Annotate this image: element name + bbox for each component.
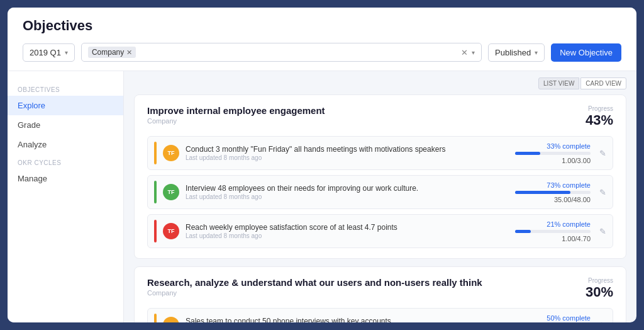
kr-text: Sales team to conduct 50 phone interview… <box>186 317 509 322</box>
period-label: 2019 Q1 <box>30 48 61 57</box>
kr-progress-section: 33% complete 1.00/3.00 <box>515 142 591 164</box>
avatar: TF <box>163 145 179 161</box>
kr-color-bar <box>154 220 157 242</box>
sidebar: Objectives Explore Grade Analyze OKR Cyc… <box>8 71 124 322</box>
key-results: JH Sales team to conduct 50 phone interv… <box>147 308 613 322</box>
edit-icon[interactable]: ✎ <box>599 149 606 158</box>
kr-complete-text: 73% complete <box>547 181 591 189</box>
kr-text: Reach weekly employee satisfaction score… <box>186 223 509 239</box>
status-dropdown[interactable]: Published ▾ <box>488 43 545 62</box>
kr-progress-bar-bg <box>515 230 591 233</box>
tag-close-icon[interactable]: ✕ <box>126 48 132 57</box>
avatar: JH <box>163 317 179 322</box>
new-objective-button[interactable]: New Objective <box>551 43 621 62</box>
key-results: TF Conduct 3 monthly "Fun Friday" all ha… <box>147 136 613 248</box>
kr-row: TF Interview 48 employees on their needs… <box>147 175 613 209</box>
chevron-down-icon: ▾ <box>65 49 68 56</box>
objective-card: Research, analyze & understand what our … <box>134 266 626 322</box>
kr-progress-bar-fill <box>515 191 570 194</box>
kr-complete-text: 50% complete <box>547 314 591 322</box>
card-view-button[interactable]: CARD VIEW <box>580 77 626 89</box>
edit-icon[interactable]: ✎ <box>599 321 606 323</box>
kr-updated: Last updated 8 months ago <box>186 193 509 200</box>
progress-label: Progress <box>586 105 613 112</box>
kr-count: 1.00/3.00 <box>562 157 591 164</box>
main-layout: Objectives Explore Grade Analyze OKR Cyc… <box>8 71 636 322</box>
kr-text: Interview 48 employees on their needs fo… <box>186 184 509 200</box>
objective-title: Improve internal employee engagement <box>147 105 325 116</box>
kr-progress-bar-bg <box>515 152 591 155</box>
objective-subtitle: Company <box>147 289 482 297</box>
sidebar-section-objectives: Objectives <box>8 86 123 93</box>
objective-progress: Progress 43% <box>586 105 613 128</box>
kr-complete-text: 33% complete <box>547 142 591 150</box>
kr-title: Interview 48 employees on their needs fo… <box>186 184 509 193</box>
kr-progress-bar-fill <box>515 230 531 233</box>
page-title: Objectives <box>23 18 621 34</box>
filter-chevron-icon: ▾ <box>472 49 475 56</box>
objective-header: Improve internal employee engagement Com… <box>147 105 613 128</box>
kr-text: Conduct 3 monthly "Fun Friday" all hands… <box>186 145 509 161</box>
objective-progress: Progress 30% <box>586 277 613 300</box>
kr-progress-section: 73% complete 35.00/48.00 <box>515 181 591 203</box>
edit-icon[interactable]: ✎ <box>599 188 606 197</box>
kr-color-bar <box>154 181 157 203</box>
avatar: TF <box>163 223 179 239</box>
company-tag[interactable]: Company ✕ <box>88 47 136 58</box>
kr-color-bar <box>154 142 157 164</box>
objective-info: Research, analyze & understand what our … <box>147 277 482 297</box>
kr-row: TF Conduct 3 monthly "Fun Friday" all ha… <box>147 136 613 170</box>
view-toggle: LIST VIEW CARD VIEW <box>134 77 626 89</box>
kr-title: Conduct 3 monthly "Fun Friday" all hands… <box>186 145 509 154</box>
sidebar-item-manage[interactable]: Manage <box>8 169 123 188</box>
kr-progress-section: 50% complete 25.00/50.00 <box>515 314 591 323</box>
progress-label: Progress <box>586 277 613 284</box>
kr-title: Reach weekly employee satisfaction score… <box>186 223 509 232</box>
kr-progress-bar-fill <box>515 152 540 155</box>
list-view-button[interactable]: LIST VIEW <box>538 77 579 89</box>
sidebar-section-okr: OKR Cycles <box>8 159 123 166</box>
kr-progress-section: 21% complete 1.00/4.70 <box>515 220 591 242</box>
kr-row: JH Sales team to conduct 50 phone interv… <box>147 308 613 322</box>
progress-value: 43% <box>586 112 613 128</box>
kr-count: 35.00/48.00 <box>554 196 591 203</box>
kr-progress-bar-bg <box>515 191 591 194</box>
status-label: Published <box>495 48 531 57</box>
status-chevron-icon: ▾ <box>535 49 538 56</box>
objective-info: Improve internal employee engagement Com… <box>147 105 325 125</box>
kr-row: TF Reach weekly employee satisfaction sc… <box>147 214 613 248</box>
sidebar-item-analyze[interactable]: Analyze <box>8 135 123 154</box>
objectives-list: Improve internal employee engagement Com… <box>134 94 626 322</box>
filter-clear-icon[interactable]: ✕ <box>461 48 468 57</box>
kr-count: 1.00/4.70 <box>562 235 591 242</box>
progress-value: 30% <box>586 284 613 300</box>
sidebar-item-grade[interactable]: Grade <box>8 115 123 135</box>
content-area: LIST VIEW CARD VIEW Improve internal emp… <box>124 71 636 322</box>
kr-color-bar <box>154 314 157 322</box>
kr-title: Sales team to conduct 50 phone interview… <box>186 317 509 322</box>
kr-complete-text: 21% complete <box>547 220 591 228</box>
kr-updated: Last updated 8 months ago <box>186 154 509 161</box>
period-dropdown[interactable]: 2019 Q1 ▾ <box>23 43 75 62</box>
kr-updated: Last updated 8 months ago <box>186 232 509 239</box>
edit-icon[interactable]: ✎ <box>599 227 606 236</box>
objective-card: Improve internal employee engagement Com… <box>134 94 626 259</box>
header-controls: 2019 Q1 ▾ Company ✕ ✕ ▾ Published ▾ New … <box>23 43 621 71</box>
objective-subtitle: Company <box>147 117 325 125</box>
objective-title: Research, analyze & understand what our … <box>147 277 482 288</box>
tag-filter[interactable]: Company ✕ ✕ ▾ <box>81 43 482 62</box>
sidebar-item-explore[interactable]: Explore <box>8 96 123 115</box>
avatar: TF <box>163 184 179 200</box>
objective-header: Research, analyze & understand what our … <box>147 277 613 300</box>
